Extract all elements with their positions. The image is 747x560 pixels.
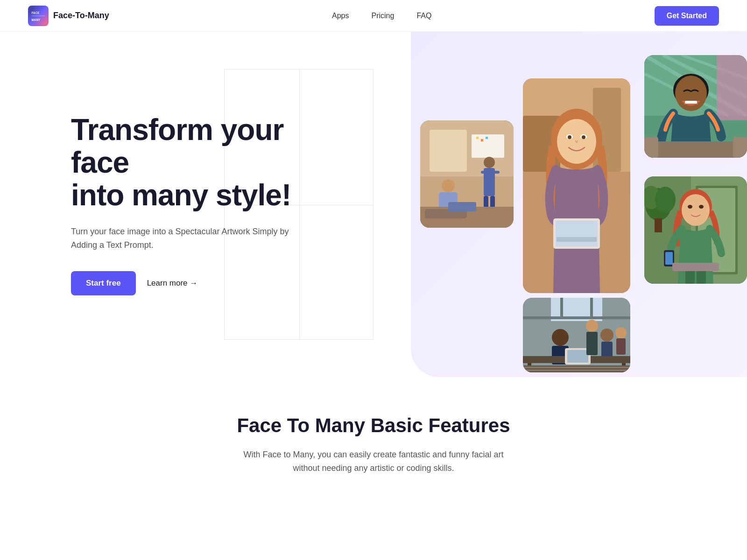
svg-point-82 <box>586 320 598 332</box>
svg-rect-70 <box>590 298 593 319</box>
hero-images-collage <box>420 55 747 372</box>
svg-rect-62 <box>665 252 673 265</box>
svg-rect-8 <box>476 137 479 139</box>
svg-rect-21 <box>448 202 476 211</box>
svg-rect-68 <box>523 316 630 319</box>
hero-image-office <box>420 120 514 228</box>
hero-description: Turn your face image into a Spectacular … <box>71 225 304 252</box>
nav-links: Apps Pricing FAQ <box>332 12 431 20</box>
hero-content: Transform your face into many style! Tur… <box>0 113 308 296</box>
svg-rect-10 <box>486 137 488 139</box>
features-description: With Face to Many, you can easily create… <box>233 448 514 475</box>
svg-point-55 <box>655 187 676 213</box>
learn-more-button[interactable]: Learn more → <box>147 279 198 288</box>
svg-rect-86 <box>523 370 630 371</box>
svg-point-17 <box>442 179 455 192</box>
hero-buttons: Start free Learn more → <box>71 271 308 295</box>
hero-section: Transform your face into many style! Tur… <box>0 32 747 377</box>
svg-point-60 <box>699 205 704 209</box>
svg-rect-81 <box>567 350 588 363</box>
svg-point-73 <box>615 327 627 338</box>
hero-image-green-dress <box>644 176 747 284</box>
svg-point-43 <box>675 76 707 111</box>
svg-rect-14 <box>493 171 500 174</box>
navbar: FACE MANY Face-To-Many Apps Pricing FAQ … <box>0 0 747 32</box>
svg-rect-65 <box>672 263 719 271</box>
logo-icon: FACE MANY <box>28 6 49 26</box>
svg-rect-33 <box>556 221 598 246</box>
features-title: Face To Many Basic Features <box>28 414 719 437</box>
svg-point-30 <box>568 135 571 139</box>
logo-text: Face-To-Many <box>53 11 109 21</box>
hero-title: Transform your face into many style! <box>71 113 308 212</box>
hero-image-woman <box>523 78 630 293</box>
logo-link[interactable]: FACE MANY Face-To-Many <box>28 6 109 26</box>
svg-rect-46 <box>644 141 747 158</box>
nav-apps[interactable]: Apps <box>332 12 349 20</box>
svg-rect-83 <box>586 332 598 355</box>
svg-rect-69 <box>560 298 563 319</box>
start-free-button[interactable]: Start free <box>71 271 136 295</box>
nav-pricing[interactable]: Pricing <box>371 12 394 20</box>
svg-rect-85 <box>523 367 630 368</box>
svg-rect-34 <box>557 237 597 242</box>
svg-point-27 <box>557 119 596 164</box>
nav-faq[interactable]: FAQ <box>416 12 431 20</box>
hero-image-laughing-man <box>644 55 747 158</box>
svg-rect-47 <box>644 137 658 158</box>
svg-rect-9 <box>481 139 483 141</box>
svg-point-71 <box>600 329 613 342</box>
svg-rect-74 <box>616 338 626 355</box>
svg-rect-48 <box>733 137 747 158</box>
svg-point-75 <box>552 329 569 346</box>
hero-image-team-meeting <box>523 298 630 372</box>
svg-rect-45 <box>685 101 697 104</box>
get-started-button[interactable]: Get Started <box>655 6 719 26</box>
svg-rect-84 <box>523 365 630 372</box>
svg-text:FACE: FACE <box>32 11 40 14</box>
svg-rect-41 <box>717 55 747 120</box>
svg-rect-56 <box>655 218 662 232</box>
svg-point-58 <box>682 194 710 226</box>
svg-point-59 <box>688 205 692 209</box>
svg-point-11 <box>484 157 495 168</box>
svg-rect-6 <box>430 130 467 172</box>
svg-point-31 <box>582 135 585 139</box>
svg-text:MANY: MANY <box>32 18 41 21</box>
svg-rect-13 <box>481 171 487 174</box>
features-section: Face To Many Basic Features With Face to… <box>0 377 747 503</box>
